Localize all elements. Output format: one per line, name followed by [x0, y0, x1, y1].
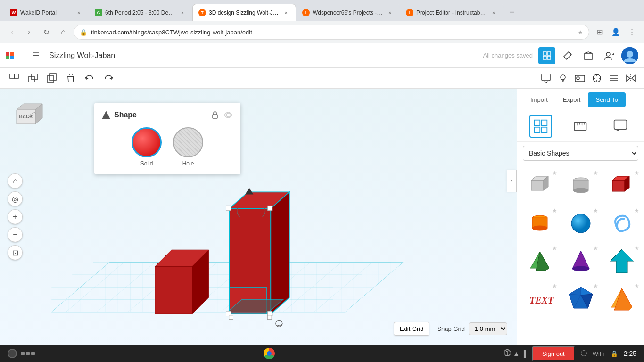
nav-bar: ‹ › ↻ ⌂ 🔒 tinkercad.com/things/casp8CTWj… [0, 21, 644, 43]
shape-item-cone-purple[interactable]: ★ [562, 244, 599, 278]
snap-grid-select[interactable]: 1.0 mm 0.5 mm 2.0 mm [469, 322, 507, 335]
extensions-icon[interactable]: ⊞ [593, 25, 606, 39]
shape-icon[interactable] [572, 71, 587, 86]
star-icon[interactable]: ★ [552, 170, 557, 176]
tab-close-2[interactable]: × [179, 9, 186, 16]
grid-shapes-icon[interactable] [529, 115, 552, 138]
svg-rect-2 [543, 56, 546, 59]
sign-out-button[interactable]: Sign out [532, 346, 575, 361]
visibility-icon[interactable] [223, 110, 233, 120]
solid-option[interactable]: Solid [132, 127, 162, 167]
shape-item-pyramid-yellow[interactable]: ★ [603, 282, 640, 316]
star-icon[interactable]: ★ [634, 245, 639, 252]
home-button[interactable]: ⌂ [57, 25, 70, 39]
info-icon[interactable]: ⓘ [581, 349, 587, 358]
import-button[interactable]: Import [523, 92, 555, 107]
star-icon[interactable]: ★ [593, 207, 598, 214]
add-person-icon[interactable] [601, 47, 618, 64]
mirror-icon[interactable] [623, 71, 638, 86]
star-icon[interactable]: ★ [552, 207, 557, 214]
export-button[interactable]: Export [555, 92, 588, 107]
star-icon[interactable]: ★ [634, 170, 639, 176]
chat-icon[interactable] [609, 115, 632, 138]
status-indicator [8, 349, 17, 358]
hole-circle[interactable] [173, 127, 203, 157]
reload-button[interactable]: ↻ [40, 25, 53, 39]
hammer-icon[interactable] [559, 47, 576, 64]
tab-wakeid[interactable]: W WakeID Portal × [4, 4, 89, 21]
shape-category-select[interactable]: Basic Shapes Letters Symbols Featured Sh… [523, 146, 638, 161]
star-icon[interactable]: ★ [593, 283, 598, 289]
nav-icons: ⊞ 👤 ⋮ [593, 25, 638, 39]
tinkercad-app: ☰ Sizzling Wolt-Jaban All changes saved [0, 43, 644, 362]
box-icon[interactable] [580, 47, 597, 64]
star-icon[interactable]: ★ [634, 283, 639, 289]
bottom-controls: Edit Grid Snap Grid 1.0 mm 0.5 mm 2.0 mm [394, 322, 507, 336]
viewport[interactable]: BACK LEFT ⌂ ◎ + − ⊡ [0, 89, 517, 345]
topbar-actions [538, 47, 638, 64]
home-view-button[interactable]: ⌂ [8, 173, 23, 189]
panel-collapse-arrow[interactable] [102, 111, 110, 119]
align-icon[interactable] [606, 71, 621, 86]
delete-button[interactable] [62, 70, 79, 87]
solid-circle[interactable] [132, 127, 162, 157]
profile-icon[interactable]: 👤 [609, 25, 622, 39]
shape-item-text-red[interactable]: ★ TEXT [521, 282, 558, 316]
new-shape-button[interactable] [6, 70, 23, 87]
zoom-in-button[interactable]: + [8, 209, 23, 224]
shape-item-sphere-blue[interactable]: ★ [562, 206, 599, 240]
address-bar[interactable]: 🔒 tinkercad.com/things/casp8CTWjwe-sizzl… [74, 25, 589, 40]
star-icon[interactable]: ★ [552, 283, 557, 289]
raise-button[interactable] [25, 70, 41, 87]
panel-collapse-handle[interactable]: › [507, 170, 517, 192]
menu-icon[interactable]: ☰ [28, 48, 43, 63]
tab-6thperiod[interactable]: G 6th Period 2:05 - 3:00 Design... × [89, 4, 192, 21]
lightbulb-icon[interactable] [555, 71, 570, 86]
grid-view-icon[interactable] [538, 47, 555, 64]
user-avatar[interactable] [621, 47, 638, 64]
perspective-button[interactable]: ⊡ [8, 245, 23, 260]
tinkercad-logo[interactable] [6, 52, 23, 59]
tab-wdspencer[interactable]: I Wdspencer69's Projects - Instr... × [296, 4, 400, 21]
shape-item-cylinder-gray[interactable]: ★ [562, 169, 599, 203]
send-to-button[interactable]: Send To [588, 92, 625, 107]
settings-icon[interactable]: ⋮ [625, 25, 638, 39]
ruler-icon[interactable] [569, 115, 592, 138]
tab-close-1[interactable]: × [75, 9, 83, 16]
svg-marker-63 [245, 188, 254, 195]
shape-item-box-gray[interactable]: ★ [521, 169, 558, 203]
shape-item-box-red[interactable]: ★ [603, 169, 640, 203]
star-icon[interactable]: ★ [552, 245, 557, 252]
shape-item-knot[interactable]: ★ [603, 206, 640, 240]
shape-item-cylinder-orange[interactable]: ★ [521, 206, 558, 240]
back-button[interactable]: ‹ [6, 25, 19, 39]
star-icon[interactable]: ★ [634, 207, 639, 214]
forward-button[interactable]: › [23, 25, 36, 39]
tab-close-3[interactable]: × [282, 9, 290, 16]
tab-close-4[interactable]: × [386, 9, 394, 16]
annotation-icon[interactable] [538, 71, 553, 86]
canvas-3d[interactable]: BACK LEFT ⌂ ◎ + − ⊡ [0, 89, 517, 345]
svg-marker-54 [271, 192, 289, 314]
redo-button[interactable] [100, 70, 117, 87]
lock-icon[interactable] [210, 110, 220, 120]
new-tab-button[interactable]: + [504, 4, 520, 21]
circle-icon[interactable] [589, 71, 604, 86]
view-cube[interactable]: BACK LEFT [9, 98, 47, 136]
shape-item-pyramid-green[interactable]: ★ [521, 244, 558, 278]
copy-button[interactable] [43, 70, 60, 87]
tab-close-5[interactable]: × [490, 9, 497, 16]
star-icon[interactable]: ★ [593, 245, 598, 252]
shape-item-arrow-teal[interactable]: ★ [603, 244, 640, 278]
hole-option[interactable]: Hole [173, 127, 203, 167]
zoom-out-button[interactable]: − [8, 227, 23, 242]
fit-view-button[interactable]: ◎ [8, 191, 23, 206]
shape-panel-header: Shape [102, 110, 233, 120]
tab-projecteditor[interactable]: I Project Editor - Instructables × [400, 4, 504, 21]
svg-rect-62 [267, 315, 272, 320]
star-icon[interactable]: ★ [593, 170, 598, 176]
shape-item-gem-blue[interactable]: ★ [562, 282, 599, 316]
tab-tinkercad-active[interactable]: T 3D design Sizzling Wolt-Jaban... × [192, 4, 296, 21]
undo-button[interactable] [81, 70, 98, 87]
edit-grid-button[interactable]: Edit Grid [394, 322, 430, 336]
